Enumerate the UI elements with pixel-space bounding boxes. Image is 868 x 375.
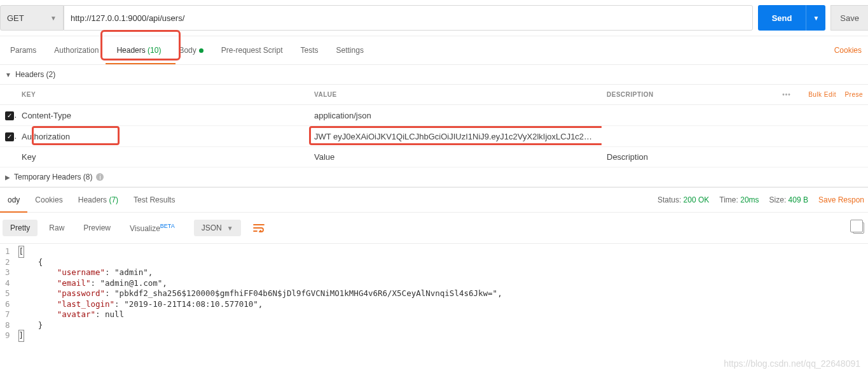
- col-key: KEY: [17, 85, 309, 105]
- code-text: [ { "username": "admin", "email": "admin…: [19, 246, 502, 341]
- copy-icon: [853, 222, 864, 234]
- response-tabs: ody Cookies Headers (7) Test Results Sta…: [0, 187, 868, 213]
- response-body-code[interactable]: 123456789 [ { "username": "admin", "emai…: [0, 244, 868, 367]
- time-value: 20ms: [740, 195, 759, 204]
- header-key-cell[interactable]: Authorization: [17, 126, 309, 147]
- chevron-down-icon: ▼: [50, 15, 57, 22]
- header-description-cell[interactable]: [602, 126, 868, 147]
- http-method-select[interactable]: GET ▼: [0, 5, 64, 31]
- size-value: 409 B: [789, 195, 808, 204]
- watermark: https://blog.csdn.net/qq_22648091: [724, 358, 860, 367]
- presets-link[interactable]: Prese: [844, 91, 863, 98]
- view-preview[interactable]: Preview: [76, 220, 118, 236]
- copy-button[interactable]: [853, 222, 865, 234]
- visualize-label: Visualize: [130, 224, 160, 233]
- temporary-headers-count: (8): [83, 173, 93, 181]
- beta-badge: BETA: [160, 223, 175, 229]
- chevron-down-icon: ▼: [5, 71, 11, 78]
- save-response-link[interactable]: Save Respon: [818, 195, 864, 204]
- request-url-bar: GET ▼ http://127.0.0.1:9000/api/users/ S…: [0, 0, 868, 36]
- header-value: application/json: [314, 111, 371, 120]
- tab-prerequest[interactable]: Pre-request Script: [212, 36, 292, 64]
- header-key-input[interactable]: Key: [17, 147, 309, 167]
- send-button-group: Send ▼: [758, 5, 826, 31]
- response-tab-body[interactable]: ody: [0, 188, 27, 212]
- size-label: Size:: [769, 195, 787, 204]
- header-value-cell[interactable]: application/json: [309, 105, 602, 126]
- tab-headers-label: Headers: [116, 46, 145, 55]
- response-tab-headers-count: (7): [109, 195, 118, 204]
- header-value-input[interactable]: Value: [309, 147, 602, 167]
- body-indicator-dot: [199, 48, 203, 53]
- temporary-headers-label: Temporary Headers: [14, 173, 81, 181]
- view-raw[interactable]: Raw: [41, 220, 72, 236]
- more-icon[interactable]: •••: [782, 91, 791, 98]
- response-body-toolbar: Pretty Raw Preview VisualizeBETA JSON ▼: [0, 213, 868, 244]
- response-tab-test-results[interactable]: Test Results: [126, 188, 183, 212]
- status-label: Status:: [658, 195, 681, 204]
- http-method-value: GET: [7, 13, 24, 23]
- status-block: Status: 200 OK: [658, 195, 709, 204]
- tab-params[interactable]: Params: [1, 36, 45, 64]
- chevron-right-icon: ▶: [5, 174, 10, 181]
- request-url-value: http://127.0.0.1:9000/api/users/: [71, 13, 184, 23]
- response-tab-headers-label: Headers: [78, 195, 107, 204]
- header-key: Content-Type: [22, 111, 71, 120]
- wrap-lines-button[interactable]: [250, 220, 268, 236]
- col-description: DESCRIPTION ••• Bulk Edit Prese: [602, 85, 868, 105]
- request-tabs: Params Authorization Headers (10) Body P…: [0, 36, 868, 65]
- send-dropdown[interactable]: ▼: [806, 5, 825, 31]
- temporary-headers-toggle[interactable]: ▶ Temporary Headers (8) i: [0, 167, 868, 187]
- response-meta: Status: 200 OK Time: 20ms Size: 409 B Sa…: [658, 195, 868, 204]
- chevron-down-icon: ▼: [813, 15, 819, 22]
- tab-settings[interactable]: Settings: [327, 36, 373, 64]
- bulk-edit-link[interactable]: Bulk Edit: [808, 91, 836, 98]
- headers-section-count: (2): [46, 70, 56, 79]
- size-block: Size: 409 B: [769, 195, 808, 204]
- view-visualize[interactable]: VisualizeBETA: [122, 219, 183, 237]
- headers-empty-row: Key Value Description: [0, 147, 868, 167]
- headers-section-title: Headers: [15, 70, 44, 79]
- header-description-input[interactable]: Description: [602, 147, 868, 167]
- request-url-input[interactable]: http://127.0.0.1:9000/api/users/: [64, 5, 753, 31]
- time-block: Time: 20ms: [719, 195, 759, 204]
- body-format-value: JSON: [202, 223, 222, 232]
- headers-section-toggle[interactable]: ▼ Headers (2): [0, 65, 868, 85]
- row-enabled-checkbox[interactable]: ✓: [5, 111, 14, 120]
- tab-headers-count: (10): [148, 46, 161, 55]
- tab-body-label: Body: [179, 46, 196, 55]
- response-tab-cookies[interactable]: Cookies: [27, 188, 70, 212]
- header-key-cell[interactable]: Content-Type: [17, 105, 309, 126]
- chevron-down-icon: ▼: [227, 225, 233, 232]
- header-value-cell[interactable]: JWT eyJ0eXAiOiJKV1QiLCJhbGciOiJIUzI1NiJ9…: [309, 126, 602, 147]
- cookies-link[interactable]: Cookies: [829, 36, 867, 64]
- save-label: Save: [840, 13, 859, 23]
- view-pretty[interactable]: Pretty: [3, 220, 38, 236]
- header-key: Authorization: [22, 132, 70, 141]
- tab-authorization[interactable]: Authorization: [45, 36, 107, 64]
- tab-headers[interactable]: Headers (10): [107, 36, 170, 64]
- wrap-icon: [253, 223, 265, 232]
- row-enabled-checkbox[interactable]: ✓: [5, 132, 14, 141]
- time-label: Time:: [719, 195, 738, 204]
- status-value: 200 OK: [684, 195, 710, 204]
- send-button[interactable]: Send: [758, 5, 806, 31]
- col-value: VALUE: [309, 85, 602, 105]
- headers-table-header-row: KEY VALUE DESCRIPTION ••• Bulk Edit Pres…: [0, 85, 868, 105]
- col-description-label: DESCRIPTION: [607, 91, 654, 98]
- tab-body[interactable]: Body: [170, 36, 212, 64]
- active-tab-underline: [106, 63, 176, 64]
- line-gutter: 123456789: [0, 246, 19, 341]
- response-tab-headers[interactable]: Headers (7): [71, 188, 126, 212]
- headers-row: ✓ Content-Type application/json: [0, 105, 868, 126]
- header-description-cell[interactable]: [602, 105, 868, 126]
- headers-table: KEY VALUE DESCRIPTION ••• Bulk Edit Pres…: [0, 85, 868, 167]
- send-label: Send: [772, 13, 792, 23]
- tab-tests[interactable]: Tests: [292, 36, 327, 64]
- header-value: JWT eyJ0eXAiOiJKV1QiLCJhbGciOiJIUzI1NiJ9…: [314, 132, 602, 141]
- headers-row: ✓ Authorization JWT eyJ0eXAiOiJKV1QiLCJh…: [0, 126, 868, 147]
- body-format-select[interactable]: JSON ▼: [194, 220, 241, 236]
- info-icon[interactable]: i: [96, 173, 104, 181]
- save-button[interactable]: Save: [830, 5, 868, 31]
